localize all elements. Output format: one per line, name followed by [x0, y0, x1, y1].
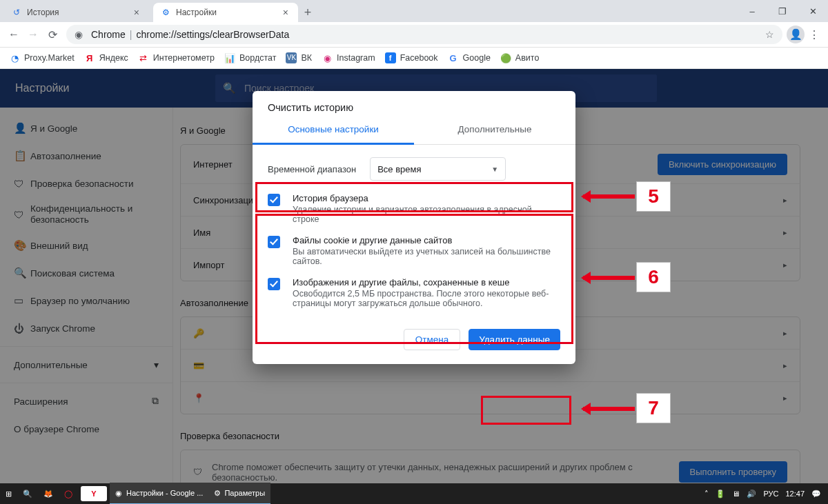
- url-scheme: Chrome: [91, 29, 126, 40]
- bookmark-star-icon[interactable]: ☆: [765, 29, 774, 40]
- forward-button[interactable]: →: [23, 25, 43, 44]
- taskbar-chrome[interactable]: ◉Настройки - Google ...: [110, 483, 208, 504]
- new-tab-button[interactable]: +: [298, 3, 317, 22]
- close-icon[interactable]: ×: [131, 7, 142, 18]
- modal-overlay[interactable]: Очистить историю Основные настройки Допо…: [0, 69, 828, 485]
- address-field[interactable]: ◉ Chrome | chrome://settings/clearBrowse…: [66, 25, 782, 44]
- close-icon[interactable]: ×: [280, 7, 291, 18]
- tab-label: Настройки: [176, 8, 217, 17]
- bookmark-vk[interactable]: VKВК: [281, 49, 317, 67]
- chrome-icon: ◉: [75, 29, 86, 40]
- minimize-button[interactable]: –: [737, 0, 767, 22]
- dialog-title: Очистить историю: [253, 91, 575, 116]
- address-bar: ← → ⟳ ◉ Chrome | chrome://settings/clear…: [0, 22, 828, 48]
- back-button[interactable]: ←: [4, 25, 23, 44]
- bookmark-wordstat[interactable]: 📊Вордстат: [219, 49, 282, 67]
- caret-down-icon: ▼: [491, 165, 498, 173]
- battery-icon[interactable]: 🔋: [716, 490, 725, 498]
- tab-basic[interactable]: Основные настройки: [253, 116, 414, 145]
- gear-icon: ⚙: [160, 7, 171, 18]
- tray-up-icon[interactable]: ˄: [704, 490, 709, 498]
- time-range-label: Временной диапазон: [268, 164, 356, 174]
- url-text: chrome://settings/clearBrowserData: [136, 29, 289, 40]
- taskbar-params[interactable]: ⚙Параметры: [208, 483, 270, 504]
- clock[interactable]: 12:47: [785, 490, 805, 498]
- language-indicator[interactable]: РУС: [763, 490, 778, 498]
- option-browsing-history[interactable]: История браузераУдаление истории и вариа…: [268, 188, 560, 230]
- checkbox[interactable]: [268, 278, 280, 290]
- taskbar-opera[interactable]: ◯: [59, 483, 78, 504]
- option-cache[interactable]: Изображения и другие файлы, сохраненные …: [268, 272, 560, 314]
- notifications-icon[interactable]: 💬: [811, 490, 821, 498]
- checkbox[interactable]: [268, 194, 280, 206]
- tab-advanced[interactable]: Дополнительные: [414, 116, 575, 144]
- taskbar-firefox[interactable]: 🦊: [38, 483, 59, 504]
- window-titlebar: ↺ История × ⚙ Настройки × + – ❐ ✕: [0, 0, 828, 22]
- time-range-select[interactable]: Все время ▼: [370, 157, 506, 181]
- browser-tab-history[interactable]: ↺ История ×: [4, 3, 149, 22]
- settings-app: Настройки 🔍 👤Я и Google 📋Автозаполнение …: [0, 69, 828, 485]
- delete-data-button[interactable]: Удалить данные: [469, 329, 560, 350]
- bookmark-google[interactable]: GGoogle: [443, 49, 495, 67]
- taskbar-search[interactable]: 🔍: [17, 483, 38, 504]
- bookmark-proxy[interactable]: ◔Proxy.Market: [4, 49, 79, 67]
- taskbar-yandex[interactable]: Y: [81, 486, 107, 501]
- network-icon[interactable]: 🖥: [732, 490, 740, 498]
- reload-button[interactable]: ⟳: [43, 25, 62, 44]
- time-range-row: Временной диапазон Все время ▼: [268, 154, 560, 188]
- bookmark-facebook[interactable]: fFacebook: [380, 49, 443, 67]
- dialog-tabs: Основные настройки Дополнительные: [253, 116, 575, 145]
- bookmark-avito[interactable]: 🟢Авито: [495, 49, 544, 67]
- cancel-button[interactable]: Отмена: [404, 329, 460, 350]
- bookmark-instagram[interactable]: ◉Instagram: [317, 49, 380, 67]
- clear-browsing-data-dialog: Очистить историю Основные настройки Допо…: [253, 91, 575, 364]
- bookmarks-bar: ◔Proxy.Market ЯЯндекс ⇄Интернетометр 📊Во…: [0, 48, 828, 69]
- browser-tab-settings[interactable]: ⚙ Настройки ×: [153, 3, 298, 22]
- menu-icon[interactable]: ⋮: [805, 25, 824, 44]
- close-window-button[interactable]: ✕: [798, 0, 828, 22]
- bookmark-internetometer[interactable]: ⇄Интернетометр: [133, 49, 219, 67]
- history-icon: ↺: [11, 7, 22, 18]
- checkbox[interactable]: [268, 236, 280, 248]
- profile-icon[interactable]: 👤: [787, 26, 805, 43]
- tab-label: История: [27, 8, 59, 17]
- option-cookies[interactable]: Файлы cookie и другие данные сайтовВы ав…: [268, 230, 560, 272]
- maximize-button[interactable]: ❐: [767, 0, 798, 22]
- bookmark-yandex[interactable]: ЯЯндекс: [79, 49, 133, 67]
- volume-icon[interactable]: 🔊: [747, 490, 756, 498]
- start-button[interactable]: ⊞: [0, 483, 17, 504]
- taskbar: ⊞ 🔍 🦊 ◯ Y ◉Настройки - Google ... ⚙Парам…: [0, 483, 828, 504]
